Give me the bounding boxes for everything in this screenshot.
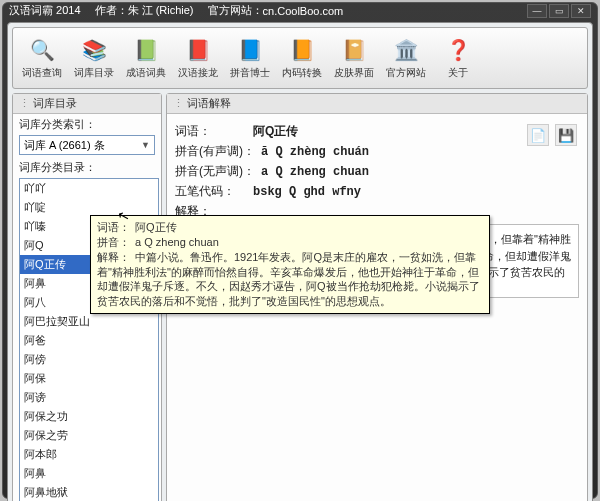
py2-value: a Q zheng chuan xyxy=(261,165,369,179)
list-item[interactable]: 阿爸 xyxy=(20,331,158,350)
toolbar-6[interactable]: 📔皮肤界面 xyxy=(329,34,379,82)
toolbar-8[interactable]: ❓关于 xyxy=(433,34,483,82)
toolbar: 🔍词语查询📚词库目录📗成语词典📕汉语接龙📘拼音博士📙内码转换📔皮肤界面🏛️官方网… xyxy=(12,27,588,89)
toolbar-icon: 🏛️ xyxy=(392,36,420,64)
toolbar-2[interactable]: 📗成语词典 xyxy=(121,34,171,82)
word-value: 阿Q正传 xyxy=(253,123,298,140)
toolbar-7[interactable]: 🏛️官方网站 xyxy=(381,34,431,82)
py2-label: 拼音(无声调)： xyxy=(175,163,255,180)
list-item[interactable]: 阿傍 xyxy=(20,350,158,369)
toolbar-label: 拼音博士 xyxy=(230,66,270,80)
toolbar-icon: 📔 xyxy=(340,36,368,64)
list-item[interactable]: 阿谤 xyxy=(20,388,158,407)
index-label: 词库分类索引： xyxy=(13,114,161,133)
left-panel-header: 词库目录 xyxy=(13,94,161,114)
toolbar-0[interactable]: 🔍词语查询 xyxy=(17,34,67,82)
author-label: 作者： xyxy=(95,3,128,18)
toolbar-icon: 📙 xyxy=(288,36,316,64)
toolbar-label: 官方网站 xyxy=(386,66,426,80)
right-panel-header: 词语解释 xyxy=(167,94,587,114)
py1-label: 拼音(有声调)： xyxy=(175,143,255,160)
toolbar-1[interactable]: 📚词库目录 xyxy=(69,34,119,82)
toolbar-icon: ❓ xyxy=(444,36,472,64)
toolbar-label: 内码转换 xyxy=(282,66,322,80)
list-item[interactable]: 阿保 xyxy=(20,369,158,388)
toolbar-4[interactable]: 📘拼音博士 xyxy=(225,34,275,82)
close-button[interactable]: ✕ xyxy=(571,4,591,18)
minimize-button[interactable]: — xyxy=(527,4,547,18)
list-label: 词库分类目录： xyxy=(13,157,161,176)
toolbar-icon: 📚 xyxy=(80,36,108,64)
toolbar-label: 词语查询 xyxy=(22,66,62,80)
maximize-button[interactable]: ▭ xyxy=(549,4,569,18)
toolbar-icon: 📘 xyxy=(236,36,264,64)
py1-value: ā Q zhèng chuán xyxy=(261,145,369,159)
list-item[interactable]: 阿保之功 xyxy=(20,407,158,426)
tooltip: 词语：阿Q正传 拼音：a Q zheng chuan 解释：中篇小说。鲁迅作。1… xyxy=(90,215,490,314)
toolbar-label: 关于 xyxy=(448,66,468,80)
toolbar-label: 词库目录 xyxy=(74,66,114,80)
author: 朱 江 (Richie) xyxy=(128,3,194,18)
toolbar-3[interactable]: 📕汉语接龙 xyxy=(173,34,223,82)
list-item[interactable]: 阿鼻地狱 xyxy=(20,483,158,501)
site-label: 官方网站： xyxy=(208,3,263,18)
titlebar: 汉语词霸 2014 作者： 朱 江 (Richie) 官方网站： cn.Cool… xyxy=(3,3,597,18)
wubi-value: bskg Q ghd wfny xyxy=(253,185,361,199)
app-window: 汉语词霸 2014 作者： 朱 江 (Richie) 官方网站： cn.Cool… xyxy=(2,2,598,499)
chevron-down-icon: ▼ xyxy=(141,140,150,150)
toolbar-label: 汉语接龙 xyxy=(178,66,218,80)
toolbar-label: 皮肤界面 xyxy=(334,66,374,80)
copy-button[interactable]: 📄 xyxy=(527,124,549,146)
list-item[interactable]: 阿保之劳 xyxy=(20,426,158,445)
list-item[interactable]: 阿巴拉契亚山 xyxy=(20,312,158,331)
app-title: 汉语词霸 2014 xyxy=(9,3,81,18)
toolbar-icon: 📗 xyxy=(132,36,160,64)
toolbar-icon: 🔍 xyxy=(28,36,56,64)
site: cn.CoolBoo.com xyxy=(263,5,344,17)
index-combo[interactable]: 词库 A (2661) 条 ▼ xyxy=(19,135,155,155)
toolbar-label: 成语词典 xyxy=(126,66,166,80)
toolbar-5[interactable]: 📙内码转换 xyxy=(277,34,327,82)
word-label: 词语： xyxy=(175,123,247,140)
list-item[interactable]: 阿本郎 xyxy=(20,445,158,464)
index-combo-value: 词库 A (2661) 条 xyxy=(24,138,105,153)
save-button[interactable]: 💾 xyxy=(555,124,577,146)
toolbar-icon: 📕 xyxy=(184,36,212,64)
list-item[interactable]: 吖吖 xyxy=(20,179,158,198)
wubi-label: 五笔代码： xyxy=(175,183,247,200)
list-item[interactable]: 阿鼻 xyxy=(20,464,158,483)
